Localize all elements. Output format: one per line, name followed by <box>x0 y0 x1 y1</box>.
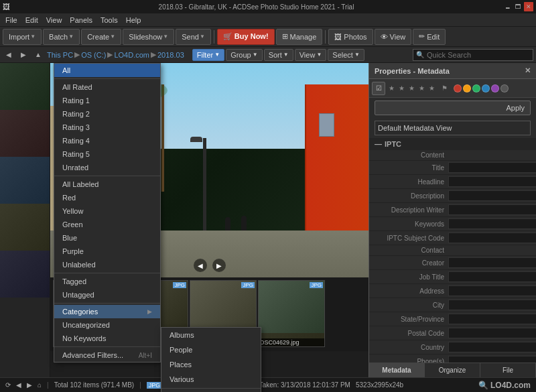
minimize-button[interactable]: 🗕 <box>503 2 512 11</box>
filter-advanced[interactable]: Advanced Filters... Alt+I <box>54 348 160 362</box>
send-button[interactable]: Send ▼ <box>176 29 211 45</box>
color-purple-button[interactable] <box>491 84 499 92</box>
breadcrumb-thispc[interactable]: This PC <box>47 51 73 59</box>
left-thumb-4[interactable] <box>0 204 50 251</box>
color-green-button[interactable] <box>472 84 480 92</box>
iptc-headline-input[interactable] <box>448 176 536 187</box>
filter-rating-5[interactable]: Rating 5 <box>54 147 160 161</box>
breadcrumb-osc[interactable]: OS (C:) <box>81 51 106 59</box>
subcat-places[interactable]: Places <box>161 357 261 372</box>
view-button[interactable]: 👁 View <box>375 29 412 45</box>
subcat-albums[interactable]: Albums <box>161 328 261 342</box>
menu-panels[interactable]: Panels <box>66 15 96 25</box>
metadata-view-select[interactable]: Default Metadata View <box>375 121 531 135</box>
star-1-button[interactable]: ★ <box>387 84 396 93</box>
edit-button[interactable]: ✏ Edit <box>413 29 446 45</box>
iptc-creator-input[interactable] <box>448 257 536 268</box>
filter-uncategorized[interactable]: Uncategorized <box>54 318 160 332</box>
menu-help[interactable]: Help <box>122 15 145 25</box>
filter-unlabeled[interactable]: Unlabeled <box>54 258 160 271</box>
filter-rating-2[interactable]: Rating 2 <box>54 107 160 121</box>
filter-blue[interactable]: Blue <box>54 231 160 245</box>
filter-all-rated[interactable]: All Rated <box>54 80 160 94</box>
nav-forward-button[interactable]: ▶ <box>17 49 29 61</box>
iptc-desc-writer-input[interactable] <box>448 204 536 215</box>
photos-button[interactable]: 🖼 Photos <box>328 29 373 45</box>
status-home[interactable]: ⌂ <box>38 381 42 389</box>
nav-fwd-status[interactable]: ▶ <box>27 381 32 389</box>
next-image-button[interactable]: ▶ <box>212 259 226 272</box>
prev-image-button[interactable]: ◀ <box>194 259 207 272</box>
filter-button[interactable]: Filter ▼ <box>192 49 224 61</box>
tab-organize[interactable]: Organize <box>425 363 480 377</box>
iptc-state-input[interactable] <box>448 314 536 324</box>
tab-file[interactable]: File <box>480 363 536 377</box>
create-button[interactable]: Create ▼ <box>81 29 121 45</box>
filter-red[interactable]: Red <box>54 191 160 204</box>
maximize-button[interactable]: 🗖 <box>513 2 523 11</box>
group-button[interactable]: Group ▼ <box>226 49 263 61</box>
slideshow-button[interactable]: Slideshow ▼ <box>123 29 174 45</box>
sort-button[interactable]: Sort ▼ <box>264 49 293 61</box>
star-4-button[interactable]: ★ <box>417 84 426 93</box>
iptc-description-input[interactable] <box>448 190 536 201</box>
nav-back-button[interactable]: ◀ <box>3 49 15 61</box>
subcat-people[interactable]: People <box>161 342 261 357</box>
quick-search-box[interactable]: 🔍 <box>413 49 533 61</box>
filter-untagged[interactable]: Untagged <box>54 288 160 302</box>
menu-view[interactable]: View <box>42 15 66 25</box>
filter-rating-1[interactable]: Rating 1 <box>54 94 160 107</box>
nav-refresh[interactable]: ⟳ <box>5 381 11 389</box>
close-button[interactable]: ✕ <box>524 2 533 11</box>
left-thumb-3[interactable] <box>0 157 50 204</box>
menu-edit[interactable]: Edit <box>21 15 42 25</box>
color-yellow-button[interactable] <box>463 84 471 92</box>
quick-search-input[interactable] <box>427 51 530 59</box>
menu-file[interactable]: File <box>1 15 21 25</box>
filter-tagged[interactable]: Tagged <box>54 275 160 288</box>
nav-up-button[interactable]: ▲ <box>32 49 44 61</box>
props-checkbox[interactable]: ☑ <box>372 82 385 95</box>
view-mode-button[interactable]: View ▼ <box>295 49 327 61</box>
thumb-cell-4[interactable]: JPG DSC04629.jpg <box>258 280 325 347</box>
star-3-button[interactable]: ★ <box>407 84 416 93</box>
iptc-title-input[interactable] <box>448 162 536 173</box>
iptc-subject-input[interactable] <box>448 233 536 243</box>
left-thumb-1[interactable] <box>0 63 50 110</box>
import-button[interactable]: Import ▼ <box>3 29 42 45</box>
iptc-country-input[interactable] <box>448 342 536 352</box>
filter-no-keywords[interactable]: No Keywords <box>54 332 160 345</box>
filter-all[interactable]: All <box>54 64 160 77</box>
menu-tools[interactable]: Tools <box>96 15 122 25</box>
filter-purple[interactable]: Purple <box>54 245 160 258</box>
filter-categories[interactable]: Categories ▶ <box>54 305 160 318</box>
iptc-keywords-input[interactable] <box>448 218 536 229</box>
subcat-various[interactable]: Various <box>161 372 261 387</box>
manage-button[interactable]: ⊞ Manage <box>276 29 323 45</box>
iptc-section-header[interactable]: — IPTC <box>369 138 536 150</box>
buy-now-button[interactable]: 🛒 Buy Now! <box>217 29 275 45</box>
breadcrumb-date[interactable]: 2018.03 <box>157 51 184 59</box>
iptc-postal-input[interactable] <box>448 328 536 338</box>
select-button[interactable]: Select ▼ <box>328 49 364 61</box>
color-red-button[interactable] <box>454 84 462 92</box>
iptc-city-input[interactable] <box>448 300 536 310</box>
filter-yellow[interactable]: Yellow <box>54 204 160 218</box>
properties-close-button[interactable]: ✕ <box>525 66 531 75</box>
star-2-button[interactable]: ★ <box>397 84 406 93</box>
left-thumb-2[interactable] <box>0 110 50 157</box>
breadcrumb-lo4d[interactable]: LO4D.com <box>114 51 149 59</box>
filter-unrated[interactable]: Unrated <box>54 161 160 174</box>
tab-metadata[interactable]: Metadata <box>369 363 425 377</box>
star-5-button[interactable]: ★ <box>427 84 436 93</box>
props-flag-icon[interactable]: ⚑ <box>438 82 451 95</box>
filter-all-labeled[interactable]: All Labeled <box>54 178 160 191</box>
iptc-jobtitle-input[interactable] <box>448 271 536 282</box>
left-thumb-5[interactable] <box>0 251 50 298</box>
iptc-phone-input[interactable] <box>448 356 536 363</box>
filter-green[interactable]: Green <box>54 218 160 231</box>
color-none-button[interactable] <box>500 84 509 92</box>
apply-button[interactable]: Apply <box>375 101 531 115</box>
nav-back-status[interactable]: ◀ <box>16 381 21 389</box>
filter-rating-4[interactable]: Rating 4 <box>54 134 160 147</box>
